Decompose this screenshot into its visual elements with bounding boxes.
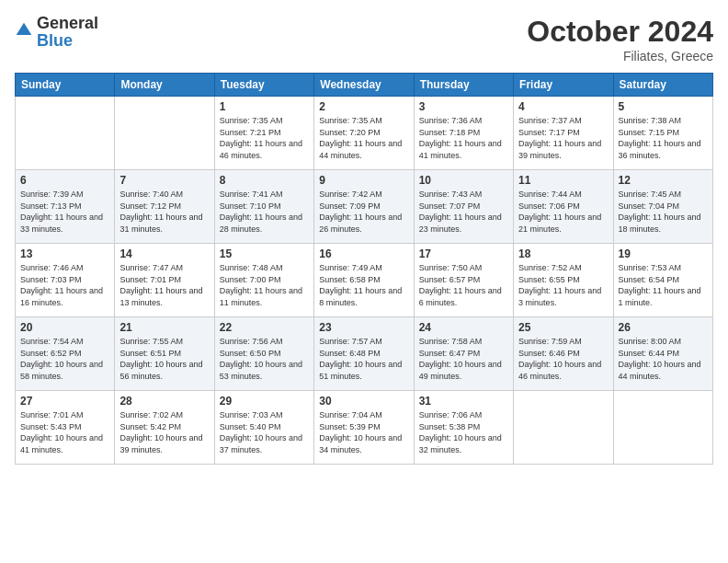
calendar-cell: 1Sunrise: 7:35 AM Sunset: 7:21 PM Daylig… xyxy=(214,97,313,170)
day-info: Sunrise: 7:01 AM Sunset: 5:43 PM Dayligh… xyxy=(20,409,109,455)
day-info: Sunrise: 7:35 AM Sunset: 7:21 PM Dayligh… xyxy=(220,115,309,161)
calendar-table: SundayMondayTuesdayWednesdayThursdayFrid… xyxy=(15,73,713,465)
calendar-cell: 28Sunrise: 7:02 AM Sunset: 5:42 PM Dayli… xyxy=(115,391,214,465)
calendar-cell: 7Sunrise: 7:40 AM Sunset: 7:12 PM Daylig… xyxy=(115,170,214,244)
calendar-cell: 17Sunrise: 7:50 AM Sunset: 6:57 PM Dayli… xyxy=(414,244,513,317)
day-number: 11 xyxy=(518,174,608,187)
day-info: Sunrise: 7:36 AM Sunset: 7:18 PM Dayligh… xyxy=(419,115,508,161)
calendar-cell: 8Sunrise: 7:41 AM Sunset: 7:10 PM Daylig… xyxy=(214,170,313,244)
day-info: Sunrise: 7:37 AM Sunset: 7:17 PM Dayligh… xyxy=(518,115,608,161)
calendar-cell: 10Sunrise: 7:43 AM Sunset: 7:07 PM Dayli… xyxy=(414,170,513,244)
calendar-cell: 6Sunrise: 7:39 AM Sunset: 7:13 PM Daylig… xyxy=(16,170,115,244)
calendar-cell xyxy=(16,97,115,170)
day-info: Sunrise: 7:43 AM Sunset: 7:07 PM Dayligh… xyxy=(419,189,508,235)
calendar-cell: 18Sunrise: 7:52 AM Sunset: 6:55 PM Dayli… xyxy=(514,244,613,317)
day-number: 30 xyxy=(319,395,408,408)
day-info: Sunrise: 7:35 AM Sunset: 7:20 PM Dayligh… xyxy=(319,115,408,161)
day-number: 27 xyxy=(20,395,109,408)
day-number: 3 xyxy=(419,100,508,113)
day-info: Sunrise: 7:58 AM Sunset: 6:47 PM Dayligh… xyxy=(419,336,508,382)
calendar-cell: 21Sunrise: 7:55 AM Sunset: 6:51 PM Dayli… xyxy=(115,317,214,391)
weekday-header-wednesday: Wednesday xyxy=(314,74,414,97)
calendar-body: 1Sunrise: 7:35 AM Sunset: 7:21 PM Daylig… xyxy=(16,97,713,465)
calendar-cell: 4Sunrise: 7:37 AM Sunset: 7:17 PM Daylig… xyxy=(514,97,613,170)
day-number: 24 xyxy=(419,321,508,334)
day-number: 26 xyxy=(619,321,708,334)
day-info: Sunrise: 7:54 AM Sunset: 6:52 PM Dayligh… xyxy=(20,336,109,382)
day-number: 14 xyxy=(119,247,209,260)
calendar-week-row: 20Sunrise: 7:54 AM Sunset: 6:52 PM Dayli… xyxy=(16,317,713,391)
day-info: Sunrise: 7:39 AM Sunset: 7:13 PM Dayligh… xyxy=(20,189,109,235)
day-info: Sunrise: 7:48 AM Sunset: 7:00 PM Dayligh… xyxy=(220,262,309,308)
weekday-header-sunday: Sunday xyxy=(16,74,115,97)
day-info: Sunrise: 7:53 AM Sunset: 6:54 PM Dayligh… xyxy=(619,262,708,308)
day-number: 17 xyxy=(419,247,508,260)
day-number: 9 xyxy=(319,174,408,187)
weekday-header-friday: Friday xyxy=(514,74,613,97)
day-info: Sunrise: 7:57 AM Sunset: 6:48 PM Dayligh… xyxy=(319,336,408,382)
day-info: Sunrise: 7:50 AM Sunset: 6:57 PM Dayligh… xyxy=(419,262,508,308)
day-info: Sunrise: 7:04 AM Sunset: 5:39 PM Dayligh… xyxy=(319,409,408,455)
day-number: 21 xyxy=(119,321,209,334)
day-number: 2 xyxy=(319,100,408,113)
calendar-cell: 15Sunrise: 7:48 AM Sunset: 7:00 PM Dayli… xyxy=(214,244,313,317)
weekday-header-row: SundayMondayTuesdayWednesdayThursdayFrid… xyxy=(16,74,713,97)
day-info: Sunrise: 7:49 AM Sunset: 6:58 PM Dayligh… xyxy=(319,262,408,308)
day-number: 23 xyxy=(319,321,408,334)
calendar-cell: 5Sunrise: 7:38 AM Sunset: 7:15 PM Daylig… xyxy=(613,97,712,170)
day-number: 4 xyxy=(518,100,608,113)
calendar-cell: 12Sunrise: 7:45 AM Sunset: 7:04 PM Dayli… xyxy=(613,170,712,244)
day-info: Sunrise: 7:40 AM Sunset: 7:12 PM Dayligh… xyxy=(119,189,209,235)
day-info: Sunrise: 8:00 AM Sunset: 6:44 PM Dayligh… xyxy=(619,336,708,382)
day-info: Sunrise: 7:41 AM Sunset: 7:10 PM Dayligh… xyxy=(220,189,309,235)
calendar-cell: 23Sunrise: 7:57 AM Sunset: 6:48 PM Dayli… xyxy=(314,317,414,391)
logo-icon xyxy=(15,21,33,40)
day-number: 28 xyxy=(119,395,209,408)
day-number: 12 xyxy=(619,174,708,187)
calendar-cell: 3Sunrise: 7:36 AM Sunset: 7:18 PM Daylig… xyxy=(414,97,513,170)
day-info: Sunrise: 7:38 AM Sunset: 7:15 PM Dayligh… xyxy=(619,115,708,161)
calendar-cell: 29Sunrise: 7:03 AM Sunset: 5:40 PM Dayli… xyxy=(214,391,313,465)
weekday-header-saturday: Saturday xyxy=(613,74,712,97)
day-number: 13 xyxy=(20,247,109,260)
weekday-header-monday: Monday xyxy=(115,74,214,97)
calendar-cell: 31Sunrise: 7:06 AM Sunset: 5:38 PM Dayli… xyxy=(414,391,513,465)
calendar-cell: 22Sunrise: 7:56 AM Sunset: 6:50 PM Dayli… xyxy=(214,317,313,391)
calendar-cell xyxy=(514,391,613,465)
day-number: 5 xyxy=(619,100,708,113)
calendar-cell: 27Sunrise: 7:01 AM Sunset: 5:43 PM Dayli… xyxy=(16,391,115,465)
day-number: 31 xyxy=(419,395,508,408)
calendar-header: SundayMondayTuesdayWednesdayThursdayFrid… xyxy=(16,74,713,97)
calendar-cell: 13Sunrise: 7:46 AM Sunset: 7:03 PM Dayli… xyxy=(16,244,115,317)
calendar-cell xyxy=(613,391,712,465)
day-info: Sunrise: 7:02 AM Sunset: 5:42 PM Dayligh… xyxy=(119,409,209,455)
calendar-week-row: 1Sunrise: 7:35 AM Sunset: 7:21 PM Daylig… xyxy=(16,97,713,170)
day-info: Sunrise: 7:06 AM Sunset: 5:38 PM Dayligh… xyxy=(419,409,508,455)
title-area: October 2024 Filiates, Greece xyxy=(527,15,713,63)
day-number: 8 xyxy=(220,174,309,187)
calendar-cell: 19Sunrise: 7:53 AM Sunset: 6:54 PM Dayli… xyxy=(613,244,712,317)
day-number: 6 xyxy=(20,174,109,187)
day-number: 18 xyxy=(518,247,608,260)
calendar-cell: 16Sunrise: 7:49 AM Sunset: 6:58 PM Dayli… xyxy=(314,244,414,317)
day-info: Sunrise: 7:52 AM Sunset: 6:55 PM Dayligh… xyxy=(518,262,608,308)
calendar-cell: 11Sunrise: 7:44 AM Sunset: 7:06 PM Dayli… xyxy=(514,170,613,244)
location-text: Filiates, Greece xyxy=(527,49,713,63)
day-info: Sunrise: 7:46 AM Sunset: 7:03 PM Dayligh… xyxy=(20,262,109,308)
calendar-cell: 24Sunrise: 7:58 AM Sunset: 6:47 PM Dayli… xyxy=(414,317,513,391)
calendar-cell: 25Sunrise: 7:59 AM Sunset: 6:46 PM Dayli… xyxy=(514,317,613,391)
calendar-week-row: 6Sunrise: 7:39 AM Sunset: 7:13 PM Daylig… xyxy=(16,170,713,244)
calendar-cell: 14Sunrise: 7:47 AM Sunset: 7:01 PM Dayli… xyxy=(115,244,214,317)
day-number: 25 xyxy=(518,321,608,334)
day-info: Sunrise: 7:03 AM Sunset: 5:40 PM Dayligh… xyxy=(220,409,309,455)
day-number: 10 xyxy=(419,174,508,187)
day-number: 16 xyxy=(319,247,408,260)
day-info: Sunrise: 7:45 AM Sunset: 7:04 PM Dayligh… xyxy=(619,189,708,235)
month-title: October 2024 xyxy=(527,15,713,49)
day-number: 7 xyxy=(119,174,209,187)
day-number: 29 xyxy=(220,395,309,408)
day-number: 20 xyxy=(20,321,109,334)
logo: General Blue xyxy=(15,15,98,50)
day-number: 1 xyxy=(220,100,309,113)
calendar-cell: 30Sunrise: 7:04 AM Sunset: 5:39 PM Dayli… xyxy=(314,391,414,465)
